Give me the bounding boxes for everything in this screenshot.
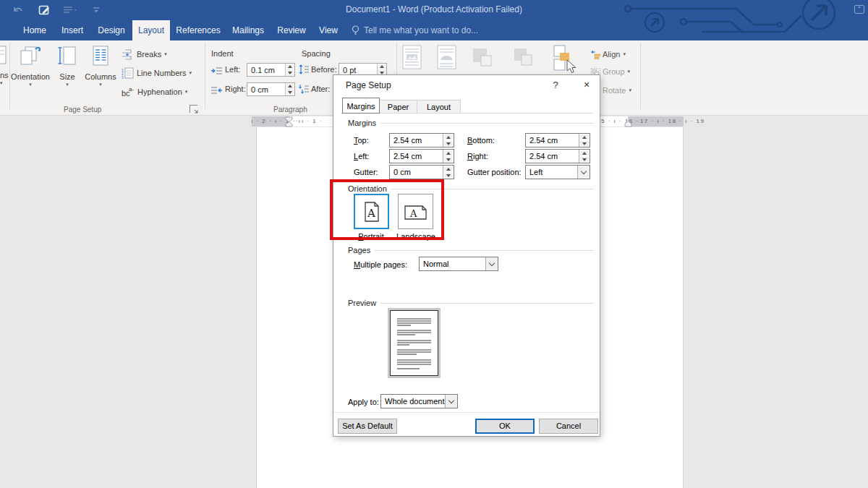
tell-me-box[interactable]: Tell me what you want to do... bbox=[352, 20, 478, 40]
tab-insert[interactable]: Insert bbox=[56, 20, 88, 40]
send-backward-icon bbox=[513, 47, 535, 68]
set-as-default-button[interactable]: Set As Default bbox=[338, 419, 397, 434]
title-bar: Document1 - Word (Product Activation Fai… bbox=[0, 0, 868, 40]
cancel-button[interactable]: Cancel bbox=[539, 419, 598, 434]
tab-design[interactable]: Design bbox=[93, 20, 130, 40]
position-button[interactable] bbox=[402, 45, 422, 72]
send-backward-button[interactable] bbox=[513, 47, 535, 71]
dropdown-caret-icon: ▾ bbox=[0, 80, 9, 86]
footer-divider bbox=[333, 412, 600, 413]
bring-forward-button[interactable] bbox=[472, 47, 494, 71]
dropdown-caret-icon: ▾ bbox=[628, 69, 631, 74]
left-margin-input[interactable]: 2.54 cm bbox=[389, 149, 454, 163]
indent-right-spinner[interactable] bbox=[285, 83, 294, 95]
rotate-button[interactable]: Rotate▾ bbox=[603, 86, 631, 95]
tell-me-text: Tell me what you want to do... bbox=[364, 25, 478, 35]
lightbulb-icon bbox=[352, 25, 359, 35]
gutter-input[interactable]: 0 cm bbox=[389, 165, 454, 179]
breaks-icon bbox=[122, 49, 134, 60]
columns-icon bbox=[91, 45, 110, 68]
ribbon-tab-row: Home Insert Design Layout References Mai… bbox=[0, 20, 868, 40]
size-icon bbox=[58, 45, 77, 68]
indent-left-input[interactable]: 0.1 cm bbox=[247, 63, 295, 77]
align-button[interactable]: Align▾ bbox=[603, 50, 626, 59]
group-separator bbox=[640, 43, 641, 109]
gutter-position-label: Gutter position: bbox=[467, 168, 522, 176]
margins-section-header: Margins bbox=[348, 119, 594, 127]
top-margin-input[interactable]: 2.54 cm bbox=[389, 133, 454, 147]
breaks-button[interactable]: Breaks▾ bbox=[122, 47, 167, 61]
pages-section-header: Pages bbox=[348, 246, 594, 254]
right-margin-spinner[interactable] bbox=[579, 150, 590, 163]
window-title: Document1 - Word (Product Activation Fai… bbox=[0, 4, 868, 14]
gutter-position-select[interactable]: Left bbox=[525, 165, 590, 179]
orientation-icon bbox=[18, 45, 43, 68]
page-setup-dialog: Page Setup ? × Margins Paper Layout Marg… bbox=[333, 74, 600, 437]
hyphenation-icon: bc a- bbox=[122, 86, 135, 98]
indent-right-icon bbox=[211, 85, 222, 98]
bottom-margin-spinner[interactable] bbox=[579, 134, 590, 147]
hyphenation-button[interactable]: bc a- Hyphenation▾ bbox=[122, 85, 187, 99]
size-button[interactable]: Size ▾ bbox=[54, 42, 81, 103]
bottom-margin-input[interactable]: 2.54 cm bbox=[525, 133, 590, 147]
spacing-before-icon bbox=[299, 64, 309, 77]
multiple-pages-label: Multiple pages: bbox=[354, 260, 407, 269]
indent-right-field-label: Right: bbox=[225, 85, 246, 93]
help-button[interactable]: ? bbox=[548, 78, 563, 93]
dropdown-caret-icon: ▾ bbox=[84, 82, 117, 87]
right-margin-label: Right: bbox=[467, 152, 488, 160]
left-margin-spinner[interactable] bbox=[443, 150, 454, 163]
ribbon-display-options-icon[interactable]: ⌃ bbox=[854, 5, 864, 14]
tab-view[interactable]: View bbox=[312, 20, 344, 40]
dialog-tab-margins[interactable]: Margins bbox=[342, 98, 380, 114]
chevron-down-icon bbox=[485, 257, 498, 270]
group-separator bbox=[205, 43, 205, 109]
dropdown-caret-icon: ▾ bbox=[10, 82, 51, 87]
wrap-text-icon bbox=[437, 45, 456, 69]
dropdown-caret-icon: ▾ bbox=[189, 70, 192, 76]
columns-button[interactable]: Columns ▾ bbox=[84, 42, 117, 103]
orientation-button[interactable]: Orientation ▾ bbox=[10, 42, 51, 103]
ruler-marks: · 17 · ı · 18 · ı · 19 bbox=[634, 118, 705, 124]
tab-layout[interactable]: Layout bbox=[132, 20, 170, 40]
dialog-tab-layout[interactable]: Layout bbox=[417, 100, 461, 114]
close-icon[interactable]: × bbox=[575, 77, 598, 93]
dropdown-caret-icon: ▾ bbox=[623, 51, 626, 57]
group-button[interactable]: Group▾ bbox=[603, 67, 630, 76]
page-setup-dialog-launcher[interactable] bbox=[190, 105, 197, 113]
line-numbers-icon: 123 bbox=[122, 67, 134, 79]
top-margin-spinner[interactable] bbox=[443, 134, 454, 147]
ruler-marks: ı · 2 · ı · 1 · ı bbox=[251, 118, 302, 124]
right-indent-marker[interactable] bbox=[624, 121, 632, 127]
spacing-after-field-label: After: bbox=[311, 85, 330, 93]
gutter-label: Gutter: bbox=[354, 168, 378, 176]
multiple-pages-select[interactable]: Normal bbox=[419, 257, 498, 271]
align-icon bbox=[591, 49, 600, 62]
position-icon bbox=[402, 45, 422, 69]
chevron-down-icon bbox=[445, 395, 457, 408]
margins-icon bbox=[0, 45, 7, 67]
tab-review[interactable]: Review bbox=[273, 20, 310, 40]
wrap-text-button[interactable] bbox=[437, 45, 456, 72]
gutter-spinner[interactable] bbox=[443, 166, 454, 179]
dropdown-caret-icon: ▾ bbox=[164, 51, 167, 57]
indent-right-input[interactable]: 0 cm bbox=[247, 82, 295, 96]
tab-mailings[interactable]: Mailings bbox=[226, 20, 270, 40]
ok-button[interactable]: OK bbox=[475, 419, 535, 434]
line-numbers-button[interactable]: 123 Line Numbers▾ bbox=[122, 66, 192, 80]
tab-references[interactable]: References bbox=[174, 20, 223, 40]
tab-home[interactable]: Home bbox=[17, 20, 52, 40]
indent-left-spinner[interactable] bbox=[285, 64, 294, 76]
right-margin-input[interactable]: 2.54 cm bbox=[525, 149, 590, 163]
spacing-after-icon bbox=[299, 84, 309, 97]
indent-label: Indent bbox=[211, 49, 234, 58]
dialog-tab-paper[interactable]: Paper bbox=[380, 100, 417, 114]
left-indent-marker[interactable] bbox=[285, 116, 293, 127]
preview-section-header: Preview bbox=[348, 299, 594, 307]
preview-thumbnail bbox=[388, 308, 441, 378]
preview-page bbox=[390, 310, 438, 376]
bring-forward-icon bbox=[472, 47, 494, 68]
apply-to-select[interactable]: Whole document bbox=[380, 394, 458, 408]
dropdown-caret-icon: ▾ bbox=[54, 82, 81, 87]
margins-button-clipped[interactable]: ns ▾ bbox=[0, 42, 9, 103]
